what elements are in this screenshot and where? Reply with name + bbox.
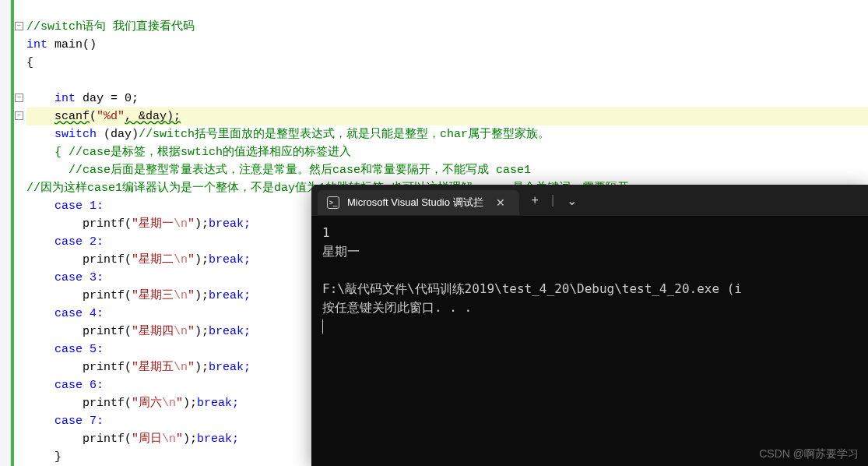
cursor-icon — [322, 319, 323, 334]
close-icon[interactable]: ✕ — [491, 195, 510, 210]
new-tab-button[interactable]: + — [532, 193, 539, 208]
keyword-int: int — [26, 38, 47, 51]
comment: //case后面是整型常量表达式，注意是常量。然后case和常量要隔开，不能写成… — [54, 164, 531, 177]
brace: } — [54, 450, 61, 464]
case-label: case 1: — [54, 199, 104, 213]
terminal-window: >_ Microsoft Visual Studio 调试拦 ✕ + | ⌄ 1… — [311, 185, 868, 466]
scanf-call: scanf — [54, 110, 90, 123]
case-label: case 2: — [54, 235, 104, 249]
comment: //switch括号里面放的是整型表达式，就是只能是整型，char属于整型家族。 — [139, 128, 550, 141]
case-label: case 7: — [54, 415, 104, 428]
case-label: case 4: — [54, 307, 104, 320]
chevron-down-icon[interactable]: ⌄ — [567, 193, 577, 208]
terminal-path: F:\敲代码文件\代码训练2019\test_4_20\Debug\test_4… — [322, 281, 742, 296]
terminal-output: 星期一 — [322, 244, 360, 259]
keyword-switch: switch — [54, 128, 97, 141]
keyword-int: int — [54, 92, 76, 105]
terminal-body[interactable]: 1 星期一 F:\敲代码文件\代码训练2019\test_4_20\Debug\… — [311, 216, 868, 344]
terminal-icon: >_ — [327, 196, 339, 209]
brace: { — [26, 56, 33, 69]
main-name: main() — [47, 38, 97, 51]
terminal-input: 1 — [322, 225, 330, 240]
comment: //switch语句 我们直接看代码 — [26, 20, 195, 34]
terminal-tab-title: Microsoft Visual Studio 调试拦 — [347, 196, 483, 210]
case-label: case 6: — [54, 379, 104, 392]
terminal-titlebar[interactable]: >_ Microsoft Visual Studio 调试拦 ✕ + | ⌄ — [311, 185, 868, 216]
case-label: case 5: — [54, 343, 104, 356]
watermark: CSDN @啊苏要学习 — [759, 447, 859, 461]
comment: { //case是标签，根据swtich的值选择相应的标签进入 — [54, 146, 351, 159]
decl: day = 0; — [76, 92, 139, 105]
case-label: case 3: — [54, 271, 104, 284]
terminal-tab[interactable]: >_ Microsoft Visual Studio 调试拦 ✕ — [318, 190, 519, 215]
terminal-prompt: 按任意键关闭此窗口. . . — [322, 300, 472, 315]
